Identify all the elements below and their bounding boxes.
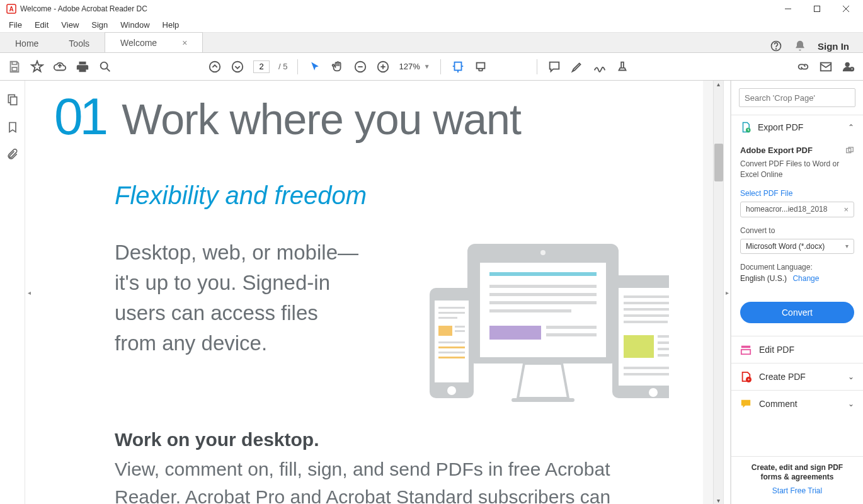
attachment-icon[interactable] [6,149,19,161]
svg-rect-18 [454,62,461,70]
menu-view[interactable]: View [55,19,85,31]
vertical-scrollbar[interactable]: ▴ ▾ [713,81,723,504]
comment-icon[interactable] [547,60,561,74]
selected-file-name: homeacror...ied18_2018 [746,205,827,214]
section-number: 01 [54,87,105,146]
tools-search-input[interactable] [739,88,855,107]
print-icon[interactable] [76,60,89,74]
svg-rect-37 [512,398,574,402]
svg-rect-56 [624,308,669,311]
convert-to-value: Microsoft Word (*.docx) [746,242,825,251]
scroll-up-icon[interactable]: ▴ [714,81,723,88]
collapse-right-icon[interactable]: ▸ [723,81,731,504]
convert-to-select[interactable]: Microsoft Word (*.docx) ▾ [740,239,854,254]
document-viewport[interactable]: 01 Work where you want Flexibility and f… [33,81,713,504]
edit-pdf-tool[interactable]: Edit PDF [731,336,863,363]
maximize-button[interactable] [803,0,832,18]
svg-rect-36 [546,333,597,336]
minimize-button[interactable] [774,0,803,18]
fit-width-icon[interactable] [451,60,465,74]
comment-tool[interactable]: Comment ⌄ [731,390,863,417]
select-file-label: Select PDF File [740,189,854,198]
convert-to-label: Convert to [740,226,854,235]
popout-icon[interactable] [845,146,854,155]
zoom-out-icon[interactable] [353,60,367,74]
search-icon[interactable] [98,60,112,74]
tab-home[interactable]: Home [0,35,54,52]
export-pdf-header[interactable]: Export PDF ⌃ [731,115,863,139]
svg-rect-63 [658,354,669,357]
chevron-down-icon: ▼ [424,63,430,70]
save-icon[interactable] [8,60,21,74]
menu-window[interactable]: Window [114,19,156,31]
svg-rect-25 [10,97,16,105]
menu-help[interactable]: Help [156,19,186,31]
svg-rect-32 [489,301,597,304]
svg-point-21 [845,62,850,66]
svg-rect-43 [438,317,457,319]
sign-in-button[interactable]: Sign In [818,41,849,52]
clear-file-icon[interactable]: × [843,205,849,214]
tab-document[interactable]: Welcome × [105,32,203,52]
page-up-icon[interactable] [208,60,222,74]
convert-button[interactable]: Convert [740,302,854,323]
email-icon[interactable] [819,60,833,74]
separator [297,59,298,74]
notifications-icon[interactable] [794,40,806,52]
separator [440,59,441,74]
star-icon[interactable] [30,60,44,74]
svg-text:A: A [9,6,13,13]
create-pdf-tool[interactable]: + Create PDF ⌄ [731,363,863,390]
zoom-in-icon[interactable] [376,60,390,74]
page-subheading: Flexibility and freedom [115,181,703,210]
svg-rect-46 [455,330,465,332]
svg-rect-54 [624,295,669,298]
app-icon: A [6,4,16,14]
svg-rect-44 [438,326,452,336]
menu-sign[interactable]: Sign [85,19,114,31]
page-number-input[interactable] [253,60,270,73]
bookmark-icon[interactable] [6,121,19,134]
add-user-icon[interactable]: + [842,60,855,74]
highlight-icon[interactable] [570,60,584,74]
selected-file-box[interactable]: homeacror...ied18_2018 × [740,202,854,217]
page-down-icon[interactable] [231,60,244,74]
svg-rect-34 [489,326,541,340]
zoom-select[interactable]: 127% ▼ [399,62,430,71]
cloud-upload-icon[interactable] [53,60,67,74]
menu-file[interactable]: File [3,19,28,31]
fit-page-icon[interactable] [474,60,488,74]
change-language-link[interactable]: Change [792,274,819,283]
tab-close-icon[interactable]: × [182,38,187,48]
chevron-down-icon: ⌄ [848,372,854,381]
arrow-tool-icon[interactable] [308,60,322,74]
export-pdf-body: Adobe Export PDF Convert PDF Files to Wo… [731,139,863,289]
svg-rect-19 [476,62,484,68]
hand-tool-icon[interactable] [331,60,345,74]
thumbnails-icon[interactable] [6,93,19,106]
tab-tools[interactable]: Tools [54,35,105,52]
start-trial-link[interactable]: Start Free Trial [740,486,854,495]
footer-text: Create, edit and sign PDF forms & agreem… [740,463,854,483]
svg-text:+: + [747,377,750,382]
link-icon[interactable] [796,60,810,74]
svg-rect-49 [438,352,465,353]
create-pdf-label: Create PDF [759,372,806,382]
export-pdf-label: Export PDF [758,122,803,132]
sign-tool-icon[interactable] [593,60,607,74]
svg-rect-60 [658,335,669,338]
collapse-left-icon[interactable]: ◂ [25,81,33,504]
separator [537,59,537,74]
comment-tool-icon [740,398,752,410]
help-icon[interactable] [770,40,782,52]
menu-edit[interactable]: Edit [28,19,55,31]
section-heading: Work on your desktop. [115,429,703,450]
page-total: / 5 [278,62,287,71]
close-button[interactable] [832,0,860,18]
scrollbar-thumb[interactable] [714,144,723,181]
scroll-down-icon[interactable]: ▾ [714,497,723,504]
stamp-icon[interactable] [615,60,629,74]
tools-panel: Export PDF ⌃ Adobe Export PDF Convert PD… [731,81,863,504]
adobe-export-title: Adobe Export PDF [740,146,813,155]
edit-pdf-icon [740,344,752,355]
